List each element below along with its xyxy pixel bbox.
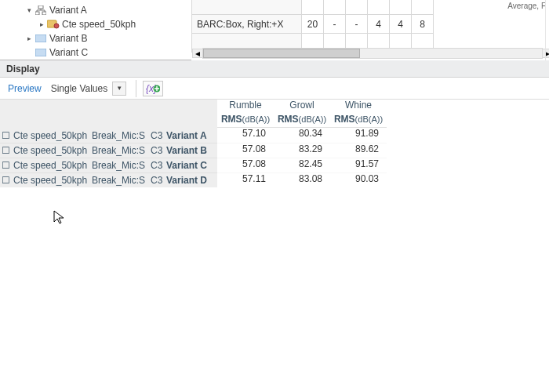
col-subheader: RMS(dB(A)) (274, 114, 330, 127)
value-row[interactable]: 57.08 83.29 89.62 (217, 143, 387, 158)
col-variant: Variant A (164, 130, 211, 141)
col-subheader: RMS(dB(A)) (217, 114, 274, 127)
col-channel: Break_Mic:S (89, 130, 148, 141)
tree-node-variant-b[interactable]: ▸ Variant B (3, 31, 191, 45)
col-header: Rumble (217, 100, 274, 114)
folder-icon (35, 33, 47, 44)
header-row-1: Rumble Growl Whine (217, 100, 387, 114)
col-header: Whine (330, 100, 387, 114)
tree-pane: ▾ Variant A ▸ Cte speed_50kph ▸ Variant … (0, 0, 191, 60)
list-item[interactable]: ☐ Cte speed_50kph Break_Mic:S C3 Variant… (0, 172, 217, 187)
value-row[interactable]: 57.08 82.45 91.57 (217, 158, 387, 172)
svg-rect-0 (38, 5, 43, 9)
top-grid[interactable]: BARC:Box, Right:+X 20 - - 4 4 8 (191, 0, 434, 53)
checkbox[interactable]: ☐ (0, 175, 11, 186)
add-parameter-button[interactable]: {x} (143, 81, 163, 96)
value-cell: 91.89 (330, 128, 387, 143)
tree-label: Variant A (49, 5, 87, 16)
header-row-2: RMS(dB(A)) RMS(dB(A)) RMS(dB(A)) (217, 114, 387, 128)
col-subheader: RMS(dB(A)) (330, 114, 387, 127)
dropdown-label: Single Values (51, 83, 108, 94)
view-mode-dropdown[interactable]: Single Values ▼ (48, 80, 130, 97)
separator (136, 80, 136, 97)
tree-label: Variant B (49, 33, 87, 44)
folder-gear-icon (47, 19, 60, 30)
svg-rect-6 (35, 49, 46, 56)
horizontal-scrollbar[interactable]: ◂ ▸ (202, 48, 543, 59)
scroll-left-icon[interactable]: ◂ (192, 49, 203, 58)
col-run: Cte speed_50kph (11, 130, 89, 141)
list-item[interactable]: ☐ Cte speed_50kph Break_Mic:S C3 Variant… (0, 158, 217, 172)
svg-rect-1 (35, 12, 39, 15)
hierarchy-icon (35, 5, 47, 16)
cell[interactable]: - (346, 15, 368, 34)
tree-label: Cte speed_50kph (62, 19, 136, 30)
folder-icon (35, 47, 47, 58)
list-item[interactable]: ☐ Cte speed_50kph Break_Mic:S C3 Variant… (0, 143, 217, 158)
list-item[interactable]: ☐ Cte speed_50kph Break_Mic:S C3 Variant… (0, 128, 217, 143)
value-row[interactable]: 57.11 83.08 90.03 (217, 172, 387, 187)
checkbox[interactable]: ☐ (0, 160, 11, 171)
values-pane: Rumble Growl Whine RMS(dB(A)) RMS(dB(A))… (217, 100, 387, 187)
svg-rect-2 (42, 12, 46, 15)
param-plus-icon: {x} (146, 83, 160, 94)
average-label: Average, F (507, 2, 546, 10)
tree-node-variant-a[interactable]: ▾ Variant A (3, 3, 191, 17)
tree-node-variant-c[interactable]: Variant C (3, 45, 191, 60)
display-toolbar: Preview Single Values ▼ {x} (0, 78, 549, 100)
chevron-down-icon[interactable]: ▼ (112, 82, 126, 96)
tree-node-cte-speed[interactable]: ▸ Cte speed_50kph (3, 17, 191, 31)
value-row[interactable]: 57.10 80.34 91.89 (217, 128, 387, 143)
svg-point-4 (54, 24, 59, 28)
checkbox[interactable]: ☐ (0, 130, 11, 141)
checkbox[interactable]: ☐ (0, 145, 11, 156)
top-region: ▾ Variant A ▸ Cte speed_50kph ▸ Variant … (0, 0, 549, 60)
row-label: BARC:Box, Right:+X (192, 15, 302, 34)
cell[interactable]: 4 (390, 15, 412, 34)
top-grid-pane: Average, F BARC:Box, Right:+X 20 - - 4 4… (191, 0, 549, 60)
tab-preview[interactable]: Preview (5, 83, 45, 94)
tree-label: Variant C (49, 47, 88, 58)
table-row (192, 0, 434, 15)
cell[interactable]: 8 (412, 15, 434, 34)
cell[interactable]: 20 (302, 15, 324, 34)
col-header: Growl (274, 100, 330, 114)
panel-title: Display (6, 64, 40, 74)
row-label (192, 0, 302, 15)
caret-right-icon[interactable]: ▸ (38, 20, 45, 28)
table-row[interactable]: BARC:Box, Right:+X 20 - - 4 4 8 (192, 15, 434, 34)
vertical-scroll-handle[interactable] (545, 0, 549, 60)
value-cell: 80.34 (274, 128, 330, 143)
cell[interactable]: 4 (368, 15, 390, 34)
panel-header: Display (0, 60, 549, 78)
cell[interactable]: - (324, 15, 346, 34)
results-area: ☐ Cte speed_50kph Break_Mic:S C3 Variant… (0, 100, 549, 187)
scrollbar-thumb[interactable] (203, 49, 360, 58)
svg-rect-5 (35, 34, 46, 42)
caret-down-icon[interactable]: ▾ (25, 6, 33, 14)
caret-right-icon[interactable]: ▸ (25, 34, 33, 42)
value-cell: 57.10 (217, 128, 274, 143)
col-tag: C3 (148, 130, 164, 141)
cursor-icon (53, 210, 66, 226)
row-labels-pane: ☐ Cte speed_50kph Break_Mic:S C3 Variant… (0, 100, 217, 187)
